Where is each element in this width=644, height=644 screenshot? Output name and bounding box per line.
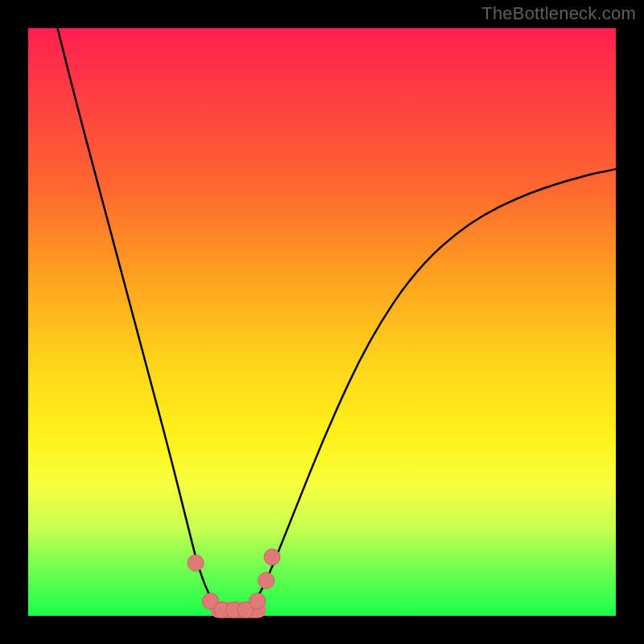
chart-frame: TheBottleneck.com (0, 0, 644, 644)
plot-area (28, 28, 616, 616)
trough-marker (258, 572, 275, 588)
watermark-text: TheBottleneck.com (481, 3, 636, 24)
trough-marker (250, 593, 266, 609)
trough-marker-group (188, 549, 280, 618)
curve-layer (28, 28, 616, 616)
trough-marker (188, 555, 204, 571)
trough-marker (264, 549, 280, 565)
bottleneck-curve (58, 28, 617, 610)
